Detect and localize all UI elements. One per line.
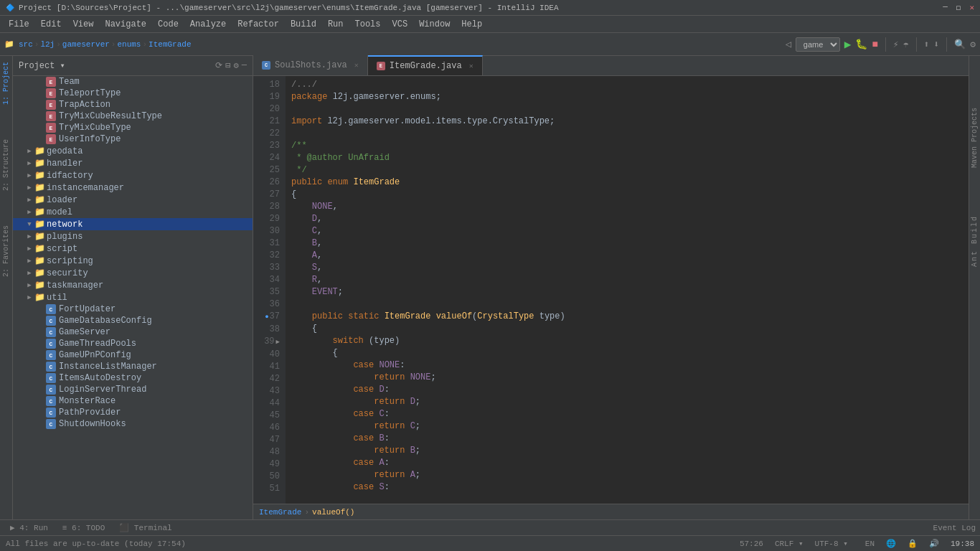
structure-panel-toggle[interactable]: 2: Structure (1, 136, 11, 194)
tab-soulshots[interactable]: C SoulShots.java ✕ (253, 55, 368, 75)
menu-build[interactable]: Build (285, 18, 322, 31)
breadcrumb-l2j[interactable]: l2j (40, 40, 55, 49)
tree-arrow: ▶ (24, 208, 34, 216)
menu-file[interactable]: File (3, 18, 35, 31)
menu-edit[interactable]: Edit (35, 18, 67, 31)
project-panel-toggle[interactable]: 1: Project (1, 59, 11, 108)
collapse-all-button[interactable]: ⊟ (225, 60, 230, 71)
tree-item-loader[interactable]: ▶ 📁 loader (13, 194, 253, 206)
menu-help[interactable]: Help (456, 18, 488, 31)
tree-item-fortupdater[interactable]: C FortUpdater (13, 303, 253, 315)
menu-tools[interactable]: Tools (349, 18, 387, 31)
code-breadcrumb-valueof[interactable]: valueOf() (312, 508, 354, 517)
title-bar: 🔷 Project [D:\Sources\Project] - ...\gam… (0, 0, 980, 16)
search-everywhere-button[interactable]: 🔍 (954, 39, 966, 50)
tree-label: network (47, 220, 83, 230)
menu-navigate[interactable]: Navigate (99, 18, 152, 31)
maximize-button[interactable]: ◻ (956, 3, 961, 12)
close-button[interactable]: ✕ (969, 3, 974, 12)
minimize-button[interactable]: ─ (943, 3, 948, 12)
tree-item-pathprovider[interactable]: C PathProvider (13, 407, 253, 418)
tree-item-gamedatabaseconfig[interactable]: C GameDatabaseConfig (13, 315, 253, 326)
event-log-label[interactable]: Event Log (933, 524, 976, 532)
folder-icon: 📁 (34, 219, 45, 230)
profile-button[interactable]: ⚡ (893, 39, 899, 50)
code-line-35: EVENT; (291, 286, 963, 298)
tree-item-taskmanager[interactable]: ▶ 📁 taskmanager (13, 279, 253, 291)
tree-item-idfactory[interactable]: ▶ 📁 idfactory (13, 169, 253, 182)
code-line-32: A, (291, 250, 963, 262)
code-content[interactable]: /.../ package l2j.gameserver.enums; impo… (286, 76, 969, 504)
maven-projects-tab[interactable]: Maven Projects (969, 102, 980, 174)
code-breadcrumb-itemgrade[interactable]: ItemGrade (259, 508, 301, 517)
tree-item-userinfotype[interactable]: E UserInfoType (13, 133, 253, 145)
tree-item-shutdownhooks[interactable]: C ShutdownHooks (13, 418, 253, 430)
tree-item-script[interactable]: ▶ 📁 script (13, 242, 253, 255)
tree-item-instancelistmanager[interactable]: C InstanceListManager (13, 361, 253, 372)
breadcrumb-gameserver[interactable]: gameserver (62, 40, 110, 49)
tree-item-model[interactable]: ▶ 📁 model (13, 206, 253, 218)
update-button[interactable]: ⬇ (933, 39, 939, 50)
todo-tab[interactable]: ≡ 6: TODO (57, 522, 110, 534)
tree-item-loginserverthread[interactable]: C LoginServerThread (13, 384, 253, 395)
minimize-sidebar-button[interactable]: — (242, 60, 247, 71)
tree-label: loader (47, 195, 77, 205)
system-tray-icon1: 🔒 (908, 539, 918, 548)
code-line-26: public enum ItemGrade (291, 176, 963, 189)
stop-button[interactable]: ■ (872, 39, 877, 50)
tab-itemgrade[interactable]: E ItemGrade.java ✕ (368, 55, 483, 75)
line-number-42: 42 (253, 373, 280, 385)
tree-item-teleporttype[interactable]: E TeleportType (13, 88, 253, 99)
menu-window[interactable]: Window (413, 18, 456, 31)
tree-item-gamethreadpools[interactable]: C GameThreadPools (13, 338, 253, 349)
menu-analyze[interactable]: Analyze (184, 18, 232, 31)
tab-soulshots-close[interactable]: ✕ (354, 61, 359, 70)
tree-item-monsterrace[interactable]: C MonsterRace (13, 395, 253, 407)
toolbar-prev-button[interactable]: ◁ (785, 38, 791, 50)
line-number-46: 46 (253, 422, 280, 434)
class-icon: E (46, 123, 56, 133)
tree-item-trymixcubetype[interactable]: E TryMixCubeType (13, 122, 253, 133)
coverage-button[interactable]: ☂ (903, 39, 909, 50)
run-config-select[interactable]: game (796, 37, 840, 52)
menu-refactor[interactable]: Refactor (232, 18, 285, 31)
tree-item-scripting[interactable]: ▶ 📁 scripting (13, 255, 253, 267)
tab-itemgrade-close[interactable]: ✕ (469, 62, 473, 70)
tree-item-trymixcuberesulttype[interactable]: E TryMixCubeResultType (13, 110, 253, 122)
tree-item-team[interactable]: E Team (13, 76, 253, 88)
favorites-panel-toggle[interactable]: 2: Favorites (1, 222, 11, 280)
sync-button[interactable]: ⟳ (215, 60, 222, 71)
menu-run[interactable]: Run (322, 18, 349, 31)
ant-build-tab[interactable]: Ant Build (969, 209, 980, 273)
line-ending[interactable]: CRLF ▾ (775, 539, 804, 548)
debug-button[interactable]: 🐛 (855, 38, 867, 50)
menu-code[interactable]: Code (152, 18, 184, 31)
tree-item-trapaction[interactable]: E TrapAction (13, 99, 253, 110)
tree-item-instancemanager[interactable]: ▶ 📁 instancemanager (13, 182, 253, 194)
tree-item-gameupnpconfig[interactable]: C GameUPnPConfig (13, 349, 253, 361)
breadcrumb-itemgrade[interactable]: ItemGrade (149, 40, 191, 49)
menu-vcs[interactable]: VCS (387, 18, 414, 31)
settings-icon[interactable]: ⚙ (234, 60, 239, 71)
encoding-indicator[interactable]: UTF-8 ▾ (815, 539, 848, 548)
tree-item-gameserver[interactable]: C GameServer (13, 326, 253, 338)
vcs-button[interactable]: ⬆ (924, 39, 930, 50)
breadcrumb-src[interactable]: src (19, 40, 33, 49)
tree-item-handler[interactable]: ▶ 📁 handler (13, 157, 253, 169)
terminal-tab[interactable]: ⬛ Terminal (113, 522, 177, 534)
run-button[interactable]: ▶ (844, 37, 852, 52)
run-tab[interactable]: ▶ 4: Run (4, 522, 54, 534)
tree-item-util[interactable]: ▶ 📁 util (13, 291, 253, 303)
tree-label: GameThreadPools (59, 339, 136, 349)
tree-item-network[interactable]: ▼ 📁 network (13, 218, 253, 230)
tree-item-geodata[interactable]: ▶ 📁 geodata (13, 145, 253, 157)
line-number-38: 38 (253, 324, 280, 336)
cursor-position[interactable]: 57:26 (740, 540, 763, 548)
sidebar-actions: ⟳ ⊟ ⚙ — (215, 60, 247, 71)
breadcrumb-enums[interactable]: enums (117, 40, 141, 49)
settings-button[interactable]: ⚙ (970, 39, 976, 50)
tree-item-plugins[interactable]: ▶ 📁 plugins (13, 230, 253, 242)
tree-item-itemsautodestroy[interactable]: C ItemsAutoDestroy (13, 372, 253, 384)
menu-view[interactable]: View (67, 18, 100, 31)
tree-item-security[interactable]: ▶ 📁 security (13, 267, 253, 279)
